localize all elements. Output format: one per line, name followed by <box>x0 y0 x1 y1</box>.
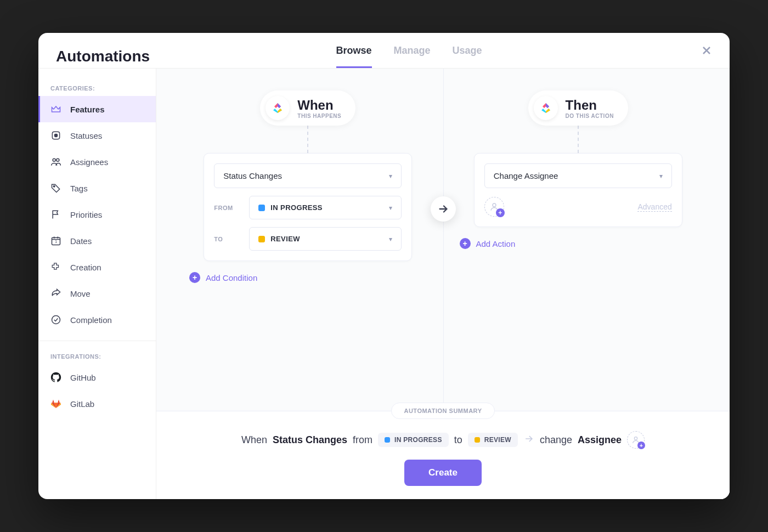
add-assignee-button[interactable]: + <box>484 197 504 217</box>
svg-rect-1 <box>55 134 58 137</box>
trigger-card: Status Changes ▾ FROM IN PROGRESS ▾ <box>204 153 412 261</box>
arrow-right-icon <box>437 203 449 215</box>
trigger-select[interactable]: Status Changes ▾ <box>214 163 402 188</box>
svg-point-3 <box>57 159 59 161</box>
automation-summary: AUTOMATION SUMMARY When Status Changes f… <box>156 411 730 499</box>
check-circle-icon <box>50 314 61 325</box>
action-card: Change Assignee ▾ + Advanced <box>474 153 682 227</box>
sidebar-item-creation[interactable]: Creation <box>38 254 156 280</box>
summary-when-word: When <box>241 434 267 446</box>
sidebar-item-label: Statuses <box>70 131 102 140</box>
then-title: Then <box>566 98 614 113</box>
calendar-icon: 1 <box>50 235 61 246</box>
sidebar-item-completion[interactable]: Completion <box>38 307 156 333</box>
chevron-down-icon: ▾ <box>659 172 663 180</box>
status-icon <box>50 130 61 141</box>
sidebar-item-label: Creation <box>70 263 101 272</box>
sidebar-integrations-heading: INTEGRATIONS: <box>38 349 156 364</box>
header-tabs: Browse Manage Usage <box>336 45 482 68</box>
page-title: Automations <box>56 48 150 65</box>
summary-change-word: change <box>540 434 572 446</box>
plus-outline-icon <box>50 262 61 273</box>
summary-from-status: IN PROGRESS <box>378 433 449 447</box>
sidebar-item-gitlab[interactable]: GitLab <box>38 390 156 417</box>
action-select[interactable]: Change Assignee ▾ <box>484 163 672 188</box>
assignees-icon <box>50 156 61 167</box>
sidebar-item-label: Move <box>70 289 91 298</box>
flag-icon <box>50 209 61 220</box>
sidebar-item-statuses[interactable]: Statuses <box>38 122 156 149</box>
to-status-select[interactable]: REVIEW ▾ <box>249 227 402 251</box>
then-subtitle: DO THIS ACTION <box>566 113 614 119</box>
sidebar-item-features[interactable]: Features <box>38 96 156 122</box>
chevron-down-icon: ▾ <box>389 204 392 212</box>
crown-icon <box>50 104 61 115</box>
when-subtitle: THIS HAPPENS <box>297 113 341 119</box>
then-header-pill: Then DO THIS ACTION <box>528 90 628 126</box>
to-status-value: REVIEW <box>270 235 300 243</box>
sidebar-item-label: Features <box>70 105 105 114</box>
sidebar-item-label: Dates <box>70 236 92 246</box>
clickup-logo-icon <box>266 96 290 120</box>
summary-from-word: from <box>353 434 372 446</box>
summary-to-word: to <box>454 434 462 446</box>
advanced-link[interactable]: Advanced <box>637 202 671 212</box>
connector-line <box>307 126 308 153</box>
status-color-dot <box>258 205 265 211</box>
clickup-logo-icon <box>534 96 558 120</box>
share-icon <box>50 288 61 299</box>
sidebar-item-move[interactable]: Move <box>38 280 156 307</box>
sidebar-divider <box>38 341 156 341</box>
sidebar-item-label: Priorities <box>70 210 102 219</box>
sidebar-item-label: Completion <box>70 315 112 325</box>
sidebar-item-label: GitLab <box>70 399 94 409</box>
tab-manage[interactable]: Manage <box>394 45 431 68</box>
summary-assignee-chip[interactable]: + <box>627 431 645 449</box>
add-action-button[interactable]: + Add Action <box>460 238 516 249</box>
sidebar-item-tags[interactable]: Tags <box>38 175 156 201</box>
gitlab-icon <box>50 398 61 409</box>
summary-trigger: Status Changes <box>273 434 347 446</box>
automation-builder: When THIS HAPPENS Status Changes ▾ FROM <box>156 69 730 411</box>
svg-point-7 <box>52 316 60 324</box>
from-label: FROM <box>214 205 241 211</box>
trigger-select-value: Status Changes <box>223 171 282 180</box>
status-color-dot <box>475 437 480 443</box>
summary-sentence: When Status Changes from IN PROGRESS to … <box>241 431 645 449</box>
status-color-dot <box>258 236 265 242</box>
add-action-label: Add Action <box>476 239 516 248</box>
from-status-select[interactable]: IN PROGRESS ▾ <box>249 196 402 219</box>
chevron-down-icon: ▾ <box>389 235 392 243</box>
tag-icon <box>50 183 61 194</box>
sidebar-item-github[interactable]: GitHub <box>38 364 156 390</box>
svg-point-2 <box>53 159 55 161</box>
main-content: When THIS HAPPENS Status Changes ▾ FROM <box>156 69 730 499</box>
tab-browse[interactable]: Browse <box>336 45 372 68</box>
summary-to-status: REVIEW <box>468 433 518 447</box>
close-icon <box>701 45 712 56</box>
when-title: When <box>297 98 341 113</box>
svg-text:1: 1 <box>55 240 57 244</box>
when-column: When THIS HAPPENS Status Changes ▾ FROM <box>173 90 443 405</box>
sidebar-categories-heading: CATEGORIES: <box>38 81 156 96</box>
sidebar-item-label: Tags <box>70 184 88 193</box>
connector-line <box>578 126 579 153</box>
svg-point-4 <box>53 185 55 187</box>
arrow-right-icon <box>523 433 534 447</box>
sidebar-item-label: GitHub <box>70 373 96 382</box>
plus-icon: + <box>189 272 200 283</box>
summary-label: AUTOMATION SUMMARY <box>391 403 494 419</box>
sidebar-item-dates[interactable]: 1 Dates <box>38 228 156 254</box>
svg-point-9 <box>634 437 637 440</box>
create-button[interactable]: Create <box>404 460 482 486</box>
sidebar-item-assignees[interactable]: Assignees <box>38 149 156 175</box>
then-column: Then DO THIS ACTION Change Assignee ▾ <box>443 90 714 405</box>
flow-arrow <box>431 196 456 222</box>
tab-usage[interactable]: Usage <box>453 45 482 68</box>
close-button[interactable] <box>699 43 714 58</box>
sidebar-item-priorities[interactable]: Priorities <box>38 201 156 228</box>
plus-icon: + <box>460 238 471 249</box>
action-select-value: Change Assignee <box>494 171 558 180</box>
add-condition-button[interactable]: + Add Condition <box>189 272 257 283</box>
sidebar-item-label: Assignees <box>70 157 108 167</box>
